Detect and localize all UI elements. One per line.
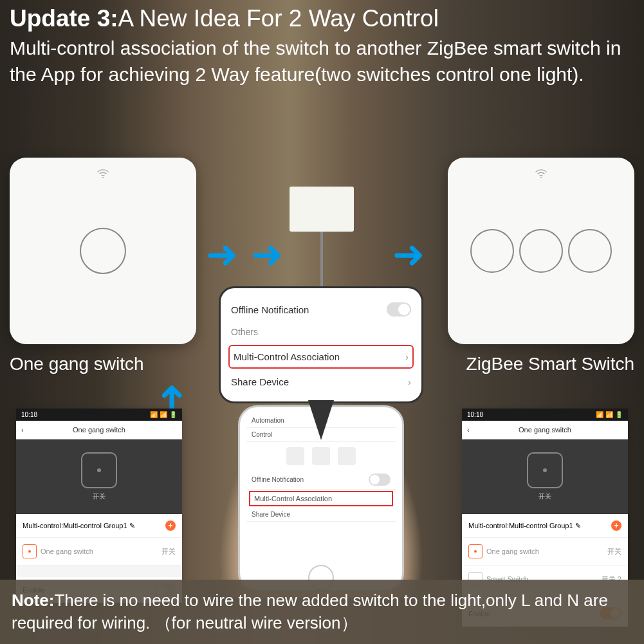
group-row[interactable]: Multi-control:Multi-control Group1 ✎ + <box>462 514 628 538</box>
phone-share-row[interactable]: Share Device <box>246 508 396 522</box>
arrow-right-icon: ➜ <box>392 232 425 277</box>
callout-pointer-icon <box>308 400 334 440</box>
toggle-off-icon[interactable] <box>387 302 411 317</box>
add-icon[interactable]: + <box>611 520 621 531</box>
footer-note: Note:There is no need to wire the new ad… <box>0 580 644 644</box>
zigbee-switch-panel <box>448 158 634 344</box>
offline-notification-row[interactable]: Offline Notification <box>231 297 411 322</box>
add-icon[interactable]: + <box>165 520 176 531</box>
device-item-row[interactable]: One gang switch 开关 <box>16 538 182 566</box>
phone-mca-row[interactable]: Multi-Control Association <box>249 491 393 506</box>
wifi-icon <box>535 169 547 179</box>
google-assistant-icon[interactable] <box>286 447 304 465</box>
app-screenshot-left: 10:18📶 📶 🔋 ‹ One gang switch 开关 Multi-co… <box>16 409 182 603</box>
device-preview: 开关 <box>16 439 182 514</box>
back-icon[interactable]: ‹ <box>467 426 470 434</box>
device-preview: 开关 <box>462 439 628 514</box>
share-device-row[interactable]: Share Device› <box>231 371 411 392</box>
others-section-label: Others <box>231 322 411 342</box>
switch-button-circle <box>470 229 514 273</box>
switch-button-circle <box>80 228 126 274</box>
right-switch-label: ZigBee Smart Switch <box>466 354 634 374</box>
settings-callout: Offline Notification Others Multi-Contro… <box>219 286 423 403</box>
app-header: ‹ One gang switch <box>16 421 182 439</box>
arrow-right-icon: ➜ <box>206 232 238 277</box>
edit-icon[interactable]: ✎ <box>575 522 581 529</box>
back-icon[interactable]: ‹ <box>21 426 24 434</box>
group-row[interactable]: Multi-control:Multi-control Group1 ✎ + <box>16 514 182 538</box>
page-title: Update 3:A New Idea For 2 Way Control <box>10 5 634 32</box>
tmall-genie-icon[interactable] <box>338 447 356 465</box>
header: Update 3:A New Idea For 2 Way Control Mu… <box>10 5 634 87</box>
one-gang-switch-panel <box>10 158 196 344</box>
switch-button-circle <box>568 229 612 273</box>
left-switch-label: One gang switch <box>10 354 144 374</box>
status-bar: 10:18📶 📶 🔋 <box>16 409 182 421</box>
device-item-row[interactable]: One gang switch 开关 <box>462 538 628 566</box>
edit-icon[interactable]: ✎ <box>129 522 135 529</box>
app-header: ‹ One gang switch <box>462 421 628 439</box>
toggle-icon[interactable] <box>369 474 391 486</box>
arrow-right-icon: ➜ <box>251 232 283 277</box>
status-bar: 10:18📶 📶 🔋 <box>462 409 628 421</box>
phone-offline-row[interactable]: Offline Notification <box>246 470 396 490</box>
wifi-icon <box>97 169 109 179</box>
multi-control-association-row[interactable]: Multi-Control Association› <box>228 345 414 369</box>
page-subtitle: Multi-control association of the switch … <box>10 35 634 87</box>
switch-button-circle <box>519 229 563 273</box>
ifttt-icon[interactable] <box>312 447 330 465</box>
